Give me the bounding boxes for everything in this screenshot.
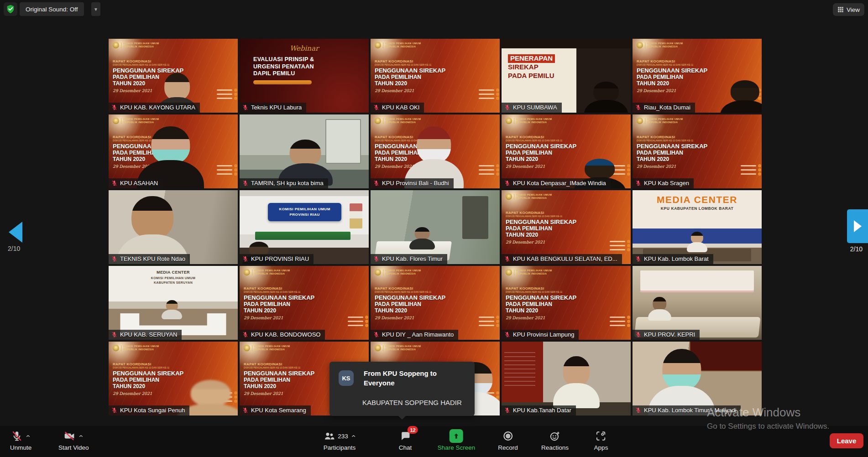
slide-org-line1: KOMISI PEMILIHAN UMUM bbox=[647, 42, 683, 45]
presentation-slide: KOMISI PEMILIHAN UMUM REPUBLIK INDONESIA… bbox=[502, 190, 631, 264]
participant-tile[interactable]: PENERAPANSIREKAPPADA PEMILU KPU SUMBAWA bbox=[502, 39, 631, 113]
start-video-button[interactable]: Start Video bbox=[58, 429, 89, 451]
presentation-slide: KOMISI PEMILIHAN UMUM REPUBLIK INDONESIA… bbox=[371, 266, 500, 340]
chevron-up-icon[interactable] bbox=[350, 433, 356, 439]
tile-extra-text: MEDIA CENTERKPU KABUPATEN LOMBOK BARAT bbox=[633, 194, 762, 211]
chevron-up-icon[interactable] bbox=[25, 433, 31, 439]
slide-line4: PADA PEMILIHAN bbox=[375, 301, 445, 308]
participant-tile[interactable]: WebinarEVALUASI PRINSIP &URGENSI PENATAA… bbox=[240, 39, 369, 113]
slide-title-block: RAPAT KOORDINASI DISKUSI PENGALAMAN SERI… bbox=[637, 135, 707, 169]
slide-org-line2: REPUBLIK INDONESIA bbox=[647, 45, 683, 48]
participant-name-label: KPU Kota Semarang bbox=[240, 405, 311, 415]
chat-unread-badge: 12 bbox=[408, 426, 418, 434]
reactions-icon bbox=[549, 430, 561, 442]
participant-tile[interactable]: KOMISI PEMILIHAN UMUM REPUBLIK INDONESIA… bbox=[371, 114, 500, 188]
slide-line5: TAHUN 2020 bbox=[637, 81, 707, 87]
kpu-logo-row: KOMISI PEMILIHAN UMUM REPUBLIK INDONESIA bbox=[244, 345, 290, 351]
record-button[interactable]: Record bbox=[498, 429, 518, 451]
kpu-logo-icon bbox=[113, 345, 119, 351]
participant-tile[interactable]: MEDIA CENTERKOMISI PEMILIHAN UMUMKABUPAT… bbox=[109, 266, 238, 340]
participant-tile[interactable]: KPU Kab.Tanah Datar bbox=[502, 342, 631, 415]
participant-tile[interactable]: KOMISI PEMILIHAN UMUM REPUBLIK INDONESIA… bbox=[109, 342, 238, 415]
next-page-button[interactable] bbox=[847, 209, 868, 243]
slide-contact-rows bbox=[610, 241, 625, 250]
participant-tile[interactable]: KOMISI PEMILIHAN UMUM REPUBLIK INDONESIA… bbox=[109, 39, 238, 113]
participant-tile[interactable]: KOMISI PEMILIHAN UMUM REPUBLIK INDONESIA… bbox=[633, 39, 762, 113]
muted-mic-icon bbox=[504, 104, 511, 111]
slide-line2: DISKUSI PENGALAMAN SERI KE-10 DAN SERI K… bbox=[244, 367, 314, 369]
muted-mic-icon bbox=[504, 407, 511, 414]
slide-org-line2: REPUBLIK INDONESIA bbox=[254, 348, 290, 351]
participant-tile[interactable]: TEKNIS KPU Rote Ndao bbox=[109, 190, 238, 264]
slide-date: 29 Desember 2021 bbox=[506, 240, 576, 244]
chat-notification-popup[interactable]: KS From KPU Soppeng to Everyone KABUPATE… bbox=[329, 362, 475, 416]
participant-tile[interactable]: KPU Kab. Lombok Timur - Muliyadi bbox=[633, 342, 762, 415]
participant-tile[interactable]: KOMISI PEMILIHAN UMUMPROVINSI RIAU KPU P… bbox=[240, 190, 369, 264]
participant-person bbox=[409, 227, 435, 249]
tile-extra-text: PENERAPANSIREKAPPADA PEMILU bbox=[508, 54, 555, 80]
chat-button[interactable]: 12 Chat bbox=[399, 429, 412, 451]
muted-mic-icon bbox=[635, 104, 642, 111]
slide-date: 29 Desember 2021 bbox=[375, 88, 445, 93]
slide-line2: DISKUSI PENGALAMAN SERI KE-10 DAN SERI K… bbox=[506, 140, 576, 142]
participant-tile[interactable]: KOMISI PEMILIHAN UMUM REPUBLIK INDONESIA… bbox=[502, 114, 631, 188]
participant-tile[interactable]: KOMISI PEMILIHAN UMUM REPUBLIK INDONESIA… bbox=[240, 266, 369, 340]
slide-line2: DISKUSI PENGALAMAN SERI KE-10 DAN SERI K… bbox=[375, 291, 445, 294]
apps-button[interactable]: Apps bbox=[594, 429, 608, 451]
kpu-logo-icon bbox=[637, 118, 643, 124]
slide-contact-rows bbox=[479, 317, 494, 326]
slide-line3: PENGGUNAAN SIREKAP bbox=[244, 370, 314, 377]
reactions-label: Reactions bbox=[541, 444, 569, 451]
next-page-arrow bbox=[854, 220, 862, 232]
participant-person bbox=[553, 356, 600, 408]
participants-button[interactable]: 233 Participants bbox=[323, 429, 356, 451]
view-button[interactable]: View bbox=[833, 3, 864, 16]
muted-mic-icon bbox=[635, 331, 642, 338]
kpu-logo-icon bbox=[506, 269, 512, 275]
tile-extra-text: MEDIA CENTERKOMISI PEMILIHAN UMUMKABUPAT… bbox=[109, 270, 238, 286]
slide-org-line2: REPUBLIK INDONESIA bbox=[385, 348, 421, 351]
slide-contact-rows bbox=[348, 317, 363, 326]
reactions-button[interactable]: Reactions bbox=[541, 429, 569, 451]
participant-tile[interactable]: KPU Kab. Flores Timur bbox=[371, 190, 500, 264]
participant-tile[interactable]: KOMISI PEMILIHAN UMUM REPUBLIK INDONESIA… bbox=[371, 266, 500, 340]
divider bbox=[514, 270, 514, 275]
share-screen-button[interactable]: Share Screen bbox=[438, 429, 476, 451]
participant-name-label: TAMRIN, SH kpu kota bima bbox=[240, 178, 328, 188]
participant-name-label: KPU Provinsi Bali - Budhi bbox=[371, 178, 454, 188]
participant-tile[interactable]: KOMISI PEMILIHAN UMUM REPUBLIK INDONESIA… bbox=[502, 190, 631, 264]
participant-tile[interactable]: KPU PROV. KEPRI bbox=[633, 266, 762, 340]
participant-tile[interactable]: TAMRIN, SH kpu kota bima bbox=[240, 114, 369, 188]
divider bbox=[514, 194, 514, 200]
participant-tile[interactable]: KOMISI PEMILIHAN UMUM REPUBLIK INDONESIA… bbox=[371, 39, 500, 113]
slide-date: 29 Desember 2021 bbox=[637, 164, 707, 169]
participant-name-label: KPU Kota Denpasar_IMade Windia bbox=[502, 178, 611, 188]
slide-line4: PADA PEMILIHAN bbox=[244, 301, 314, 308]
participant-name-label: KPU Kab. Flores Timur bbox=[371, 254, 447, 264]
muted-mic-icon bbox=[242, 331, 249, 338]
unmute-label: Unmute bbox=[10, 444, 31, 451]
participant-name-label: KPU Provinsi Lampung bbox=[502, 330, 579, 340]
presentation-slide: KOMISI PEMILIHAN UMUM REPUBLIK INDONESIA… bbox=[633, 114, 762, 188]
participant-tile[interactable]: KOMISI PEMILIHAN UMUM REPUBLIK INDONESIA… bbox=[109, 114, 238, 188]
chevron-up-icon[interactable] bbox=[78, 433, 84, 439]
leave-button[interactable]: Leave bbox=[830, 433, 863, 448]
original-sound-dropdown[interactable]: ▼ bbox=[91, 2, 100, 16]
muted-mic-icon bbox=[111, 331, 118, 338]
participant-person bbox=[584, 82, 628, 113]
unmute-button[interactable]: Unmute bbox=[10, 429, 31, 451]
original-sound-button[interactable]: Original Sound: Off bbox=[20, 2, 84, 16]
security-shield-button[interactable] bbox=[4, 2, 17, 16]
kpu-logo-row: KOMISI PEMILIHAN UMUM REPUBLIK INDONESIA bbox=[637, 42, 683, 48]
kpu-logo-row: KOMISI PEMILIHAN UMUM REPUBLIK INDONESIA bbox=[113, 345, 159, 351]
participant-tile[interactable]: KOMISI PEMILIHAN UMUM REPUBLIK INDONESIA… bbox=[502, 266, 631, 340]
slide-title-block: RAPAT KOORDINASI DISKUSI PENGALAMAN SERI… bbox=[506, 286, 576, 321]
participant-tile[interactable]: KOMISI PEMILIHAN UMUM REPUBLIK INDONESIA… bbox=[633, 114, 762, 188]
slide-line1: RAPAT KOORDINASI bbox=[113, 59, 183, 63]
previous-page-arrow[interactable] bbox=[9, 222, 22, 243]
slide-org-line2: REPUBLIK INDONESIA bbox=[516, 272, 552, 275]
participant-tile[interactable]: MEDIA CENTERKPU KABUPATEN LOMBOK BARAT K… bbox=[633, 190, 762, 264]
slide-line2: DISKUSI PENGALAMAN SERI KE-10 DAN SERI K… bbox=[506, 215, 576, 218]
chat-popup-message: KABUPATEN SOPPENG HADIR bbox=[362, 399, 462, 406]
participant-person bbox=[687, 232, 707, 252]
